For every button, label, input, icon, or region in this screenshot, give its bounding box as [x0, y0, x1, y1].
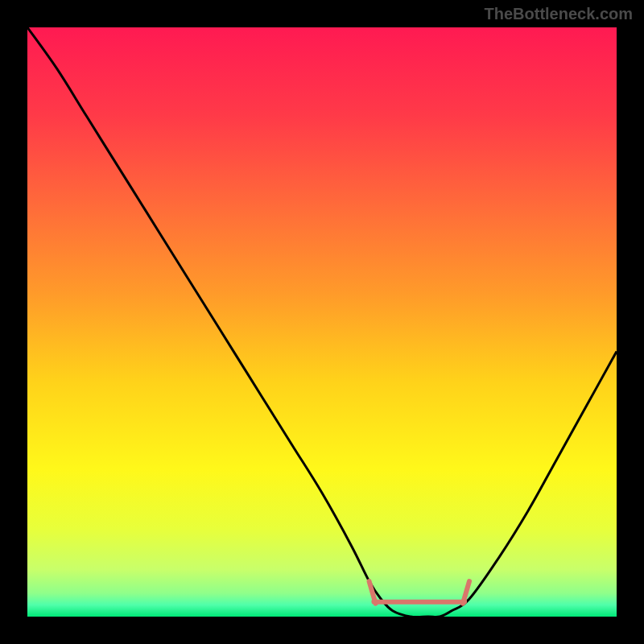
plot-area [27, 27, 617, 617]
curve-layer [27, 27, 617, 617]
watermark-text: TheBottleneck.com [485, 5, 633, 23]
optimal-zone-markers [369, 581, 469, 604]
bottleneck-curve [27, 27, 617, 617]
svg-point-5 [462, 599, 467, 604]
svg-point-4 [372, 599, 377, 604]
